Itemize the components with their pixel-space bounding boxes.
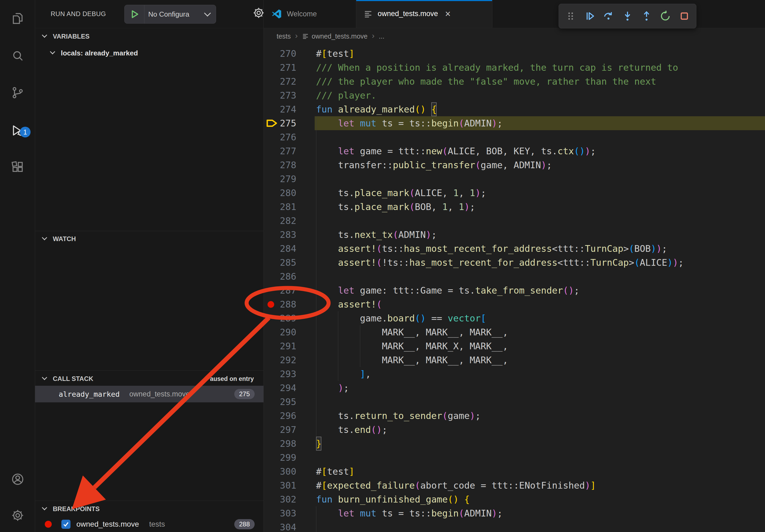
gutter-glyph-margin[interactable] (264, 339, 280, 353)
gutter-glyph-margin[interactable] (264, 506, 280, 520)
gutter-gap (296, 409, 316, 423)
code-text[interactable]: #[expected_failure(abort_code = ttt::ENo… (316, 478, 596, 492)
code-text[interactable]: ], (316, 367, 371, 381)
gutter-glyph-margin[interactable] (264, 520, 280, 532)
code-text[interactable]: /// player. (316, 89, 376, 102)
gutter-glyph-margin[interactable] (264, 61, 280, 75)
code-text[interactable]: MARK__, MARK_X, MARK__, (316, 339, 508, 353)
close-icon[interactable]: × (445, 9, 450, 19)
debug-configuration-dropdown[interactable]: No Configura (124, 5, 216, 24)
gutter-glyph-margin[interactable] (264, 367, 280, 381)
code-line: 302fun burn_unfinished_game() { (264, 492, 765, 506)
code-text[interactable]: let mut ts = ts::begin(ADMIN); (316, 506, 502, 520)
search-icon[interactable] (0, 42, 35, 70)
gutter-glyph-margin[interactable] (264, 450, 280, 464)
explorer-icon[interactable] (0, 5, 35, 32)
gutter-glyph-margin[interactable] (264, 409, 280, 423)
gutter-glyph-margin[interactable] (264, 144, 280, 158)
breakpoint-dot-icon[interactable] (268, 301, 274, 308)
gutter-glyph-margin[interactable] (264, 158, 280, 172)
breakpoint-list-item[interactable]: owned_tests.move tests 288 (35, 516, 264, 532)
code-text[interactable]: ts.end(); (316, 423, 387, 437)
code-text[interactable]: transfer::public_transfer(game, ADMIN); (316, 158, 552, 172)
gutter-glyph-margin[interactable] (264, 353, 280, 367)
gutter-glyph-margin[interactable] (264, 214, 280, 228)
gutter-glyph-margin[interactable] (264, 75, 280, 89)
source-control-icon[interactable] (0, 79, 35, 107)
gutter-glyph-margin[interactable] (264, 116, 280, 130)
code-text[interactable]: fun burn_unfinished_game() { (316, 492, 469, 506)
code-text[interactable]: } (316, 437, 322, 450)
gutter-glyph-margin[interactable] (264, 256, 280, 269)
gutter-glyph-margin[interactable] (264, 130, 280, 144)
breadcrumb-symbol[interactable]: ... (379, 32, 384, 40)
call-stack-frame-row[interactable]: already_marked owned_tests.move 275 (35, 386, 264, 402)
gutter-glyph-margin[interactable] (264, 172, 280, 186)
code-text[interactable]: let mut ts = ts::begin(ADMIN); (316, 116, 502, 130)
gutter-glyph-margin[interactable] (264, 395, 280, 409)
run-and-debug-icon[interactable]: 1 (0, 117, 35, 144)
breakpoints-section-header[interactable]: BREAKPOINTS (35, 502, 264, 515)
code-text[interactable]: ts.place_mark(ALICE, 1, 1); (316, 186, 486, 200)
code-line: 295 (264, 395, 765, 409)
gutter-glyph-margin[interactable] (264, 492, 280, 506)
code-text[interactable]: MARK__, MARK__, MARK__, (316, 353, 508, 367)
continue-button[interactable] (582, 8, 597, 25)
breakpoint-checkbox[interactable] (61, 520, 71, 529)
gutter-glyph-margin[interactable] (264, 200, 280, 214)
gutter-glyph-margin[interactable] (264, 325, 280, 339)
code-text[interactable]: fun already_marked() { (316, 102, 437, 116)
line-number: 292 (280, 353, 296, 367)
breadcrumb-file[interactable]: owned_tests.move (312, 32, 368, 40)
step-over-button[interactable] (601, 8, 616, 25)
gutter-glyph-margin[interactable] (264, 311, 280, 325)
gutter-glyph-margin[interactable] (264, 102, 280, 116)
gutter-glyph-margin[interactable] (264, 297, 280, 311)
start-debug-icon[interactable] (125, 5, 145, 23)
toolbar-drag-handle[interactable] (563, 8, 578, 25)
account-icon[interactable] (0, 465, 35, 493)
tab-owned-tests-move[interactable]: owned_tests.move × (356, 0, 492, 28)
code-text[interactable]: #[test] (316, 47, 355, 61)
code-text[interactable]: ts.return_to_sender(game); (316, 409, 480, 423)
restart-button[interactable] (658, 8, 673, 25)
debug-settings-gear-icon[interactable] (252, 6, 265, 20)
code-text[interactable]: ); (316, 381, 349, 395)
code-text[interactable]: ts.place_mark(BOB, 1, 1); (316, 200, 475, 214)
code-text[interactable]: #[test] (316, 464, 355, 478)
tab-welcome[interactable]: Welcome (264, 0, 356, 28)
code-text[interactable]: game.board() == vector[ (316, 311, 486, 325)
stop-button[interactable] (677, 8, 692, 25)
code-area[interactable]: 270#[test]271/// When a position is alre… (264, 44, 765, 532)
gutter-glyph-margin[interactable] (264, 464, 280, 478)
code-text[interactable]: let game = ttt::new(ALICE, BOB, KEY, ts.… (316, 144, 596, 158)
code-text[interactable]: /// the player who made the "false" move… (316, 75, 656, 89)
code-text[interactable]: let game: ttt::Game = ts.take_from_sende… (316, 283, 579, 297)
variables-section-header[interactable]: VARIABLES (35, 30, 264, 43)
gutter-glyph-margin[interactable] (264, 47, 280, 61)
gutter-glyph-margin[interactable] (264, 283, 280, 297)
extensions-icon[interactable] (0, 153, 35, 181)
gutter-glyph-margin[interactable] (264, 423, 280, 437)
variables-locals-row[interactable]: locals: already_marked (35, 46, 264, 60)
gutter-glyph-margin[interactable] (264, 242, 280, 256)
code-text[interactable]: assert!(ts::has_most_recent_for_address<… (316, 242, 667, 256)
breadcrumb-folder[interactable]: tests (277, 32, 291, 40)
code-text[interactable]: MARK__, MARK__, MARK__, (316, 325, 508, 339)
code-text[interactable]: /// When a position is already marked, t… (316, 61, 678, 75)
gutter-glyph-margin[interactable] (264, 186, 280, 200)
code-text[interactable]: assert!( (316, 297, 382, 311)
code-text[interactable]: assert!(!ts::has_most_recent_for_address… (316, 256, 684, 269)
gutter-glyph-margin[interactable] (264, 228, 280, 242)
step-into-button[interactable] (620, 8, 635, 25)
gutter-glyph-margin[interactable] (264, 269, 280, 283)
call-stack-label: CALL STACK (53, 375, 93, 383)
gutter-glyph-margin[interactable] (264, 478, 280, 492)
code-text[interactable]: ts.next_tx(ADMIN); (316, 228, 437, 242)
gutter-glyph-margin[interactable] (264, 437, 280, 450)
step-out-button[interactable] (639, 8, 654, 25)
gutter-glyph-margin[interactable] (264, 89, 280, 102)
gutter-glyph-margin[interactable] (264, 381, 280, 395)
watch-section-header[interactable]: WATCH (35, 232, 264, 245)
settings-gear-icon[interactable] (0, 501, 35, 529)
